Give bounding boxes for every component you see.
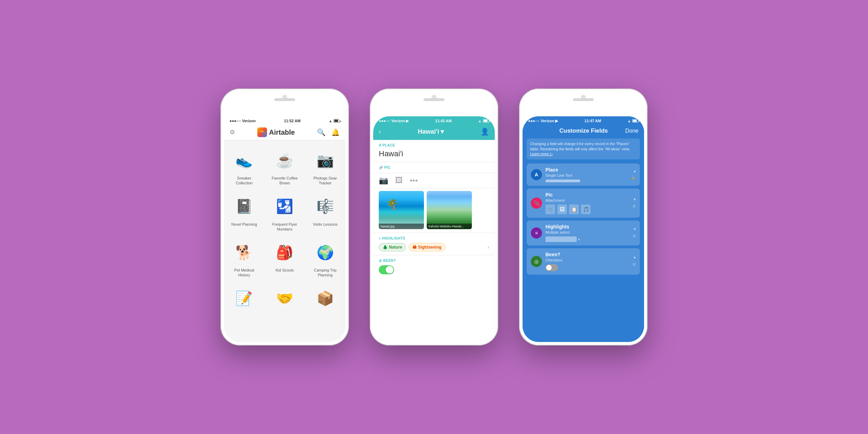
app-kid-scouts[interactable]: 🎒 Kid Scouts <box>265 236 305 282</box>
highlights-field-right: ▾ ≡ <box>633 227 636 239</box>
app-pet-medical[interactable]: 🐕 Pet MedicalHistory <box>224 236 265 282</box>
place-field-icon: A <box>531 169 542 180</box>
image-upload-icon[interactable]: 🖼 <box>395 176 403 185</box>
handshake-icon: 🤝 <box>272 286 297 311</box>
nature-tag[interactable]: 🌲 Nature <box>379 243 406 251</box>
record-content: A PLACE Hawai'i 🔗 PIC 📷 🖼 ••• <box>373 140 495 342</box>
airtable-logo: Airtable <box>257 127 295 137</box>
pic-upload-row: 📷 🖼 ••• <box>373 173 495 188</box>
record-title: Hawai'i ▾ <box>418 128 443 135</box>
highlights-mini-chevron[interactable]: ▾ <box>578 237 580 241</box>
pic-field-type: Attachment <box>545 198 629 202</box>
learn-more-link[interactable]: Learn more ▷ <box>530 152 553 156</box>
status-bar-3: ●●●○○ Verizon ▶ 11:47 AM ▲ <box>523 116 644 125</box>
app-header-1: ⚙ Airtable 🔍 <box>224 125 345 140</box>
carrier-2: ●●●○○ Verizon ▶ <box>379 119 409 123</box>
apps-grid: 👟 SneakerCollection ☕ Favorite CoffeeBre… <box>224 140 345 322</box>
notes-icon: 📝 <box>232 286 257 311</box>
pic-drag-handle[interactable]: ≡ <box>633 203 636 209</box>
been-drag-handle[interactable]: ≡ <box>633 261 636 268</box>
app-handshake[interactable]: 🤝 <box>265 282 305 318</box>
phone-1: ●●●○○ Verizon 11:52 AM ▲ ⚙ <box>220 89 349 345</box>
photo-hawaii[interactable]: hawaii.jpg <box>379 191 424 229</box>
camera-upload-icon[interactable]: 📷 <box>379 176 388 185</box>
place-dropdown-icon[interactable]: ▾ <box>634 169 636 174</box>
header-icons: 🔍 🔔 <box>317 128 340 136</box>
pic-field-name: Pic <box>545 192 629 198</box>
pic-field-label: 🔗 PIC <box>379 166 489 169</box>
sneaker-label: SneakerCollection <box>236 176 252 186</box>
phones-container: ●●●○○ Verizon 11:52 AM ▲ ⚙ <box>220 89 648 345</box>
pic-field-right: ▾ ≡ <box>633 197 636 209</box>
been-field-name: Been? <box>545 252 629 257</box>
airtable-logo-icon <box>257 127 267 137</box>
app-photogs-gear[interactable]: 📷 Photogs GearTracker <box>305 144 345 190</box>
field-card-place: A Place Single Line Text ▾ 🔒 <box>527 164 640 186</box>
place-label-text: A PLACE <box>379 143 395 147</box>
tags-row: 🌲 Nature 🏔 Sightseeing › <box>379 243 489 251</box>
more-icon[interactable]: ••• <box>410 176 418 185</box>
back-button[interactable]: ‹ <box>379 128 381 135</box>
image-icon[interactable]: 🖼 <box>557 205 567 214</box>
globe-icon: 🌍 <box>313 240 338 265</box>
photo-kahului[interactable]: Kahului-Wailuku-Hawaii... <box>427 191 472 229</box>
app-novel-planning[interactable]: 📓 Novel Planning <box>224 190 265 236</box>
highlights-select-bar[interactable] <box>545 236 577 242</box>
app-notes[interactable]: 📝 <box>224 282 265 318</box>
toggle-on[interactable] <box>379 265 394 274</box>
dog-icon: 🐕 <box>232 240 257 265</box>
highlights-dropdown-wrap: ▾ <box>545 236 629 242</box>
carrier-3: ●●●○○ Verizon ▶ <box>528 119 558 123</box>
status-bar-1: ●●●○○ Verizon 11:52 AM ▲ <box>224 116 345 125</box>
novel-label: Novel Planning <box>231 222 257 227</box>
highlights-drag-handle[interactable]: ≡ <box>633 233 636 239</box>
passport-icon: 🛂 <box>272 194 297 219</box>
app-package[interactable]: 📦 <box>305 282 345 318</box>
pic-field-actions: 📎 🖼 📋 🎵 <box>545 205 629 214</box>
status-right-3: ▲ <box>627 119 639 123</box>
app-sneaker-collection[interactable]: 👟 SneakerCollection <box>224 144 265 190</box>
dropdown-icon[interactable]: ▾ <box>441 128 444 135</box>
app-camping-trip[interactable]: 🌍 Camping TripPlanning <box>305 236 345 282</box>
been-field-content: Been? Checkbox <box>545 252 629 271</box>
time-2: 11:42 AM <box>435 119 452 123</box>
field-card-been: ◎ Been? Checkbox ▾ ≡ <box>527 248 640 275</box>
photogs-label: Photogs GearTracker <box>314 176 337 186</box>
place-field-type: Single Line Text <box>545 173 627 177</box>
app-coffee-brews[interactable]: ☕ Favorite CoffeeBrews <box>265 144 305 190</box>
been-label: ◎ BEEN? <box>379 259 489 262</box>
been-field-type: Checkbox <box>545 258 629 262</box>
battery-icon-1 <box>334 119 340 123</box>
search-icon[interactable]: 🔍 <box>317 128 326 136</box>
place-field-value[interactable]: Hawai'i <box>379 149 489 158</box>
violin-label: Violin Lessons <box>313 222 337 227</box>
novel-icon: 📓 <box>232 194 257 219</box>
been-checkbox-visual[interactable] <box>545 264 558 271</box>
highlights-chevron[interactable]: › <box>487 244 489 250</box>
signal-icon-2: ▲ <box>478 119 482 123</box>
place-lock-icon: 🔒 <box>631 175 636 180</box>
person-icon[interactable]: 👤 <box>481 127 489 136</box>
pic-label-text: 🔗 PIC <box>379 166 391 169</box>
coffee-icon: ☕ <box>272 148 297 173</box>
highlights-field-icon: ≡ <box>531 227 542 239</box>
field-card-highlights: ≡ Highlights Multiple select ▾ ▾ ≡ <box>527 220 640 245</box>
photo2-label: Kahului-Wailuku-Hawaii... <box>427 224 472 229</box>
doc-icon[interactable]: 📋 <box>569 205 579 214</box>
bell-icon[interactable]: 🔔 <box>331 128 340 136</box>
settings-icon[interactable]: ⚙ <box>229 128 235 136</box>
done-button[interactable]: Done <box>625 128 639 134</box>
highlights-field-content: Highlights Multiple select ▾ <box>545 224 629 242</box>
app-violin-lessons[interactable]: 🎼 Violin Lessons <box>305 190 345 236</box>
been-toggle[interactable] <box>379 265 489 274</box>
attachment-icon[interactable]: 📎 <box>545 205 555 214</box>
status-right-2: ▲ <box>478 119 489 123</box>
been-dropdown-icon[interactable]: ▾ <box>634 255 636 260</box>
highlights-dropdown-icon[interactable]: ▾ <box>634 227 636 232</box>
sightseeing-tag[interactable]: 🏔 Sightseeing <box>409 243 445 251</box>
app-frequent-flyer[interactable]: 🛂 Frequent FlyerNumbers <box>265 190 305 236</box>
signal-icon-3: ▲ <box>627 119 631 123</box>
music-icon[interactable]: 🎵 <box>581 205 591 214</box>
coffee-label: Favorite CoffeeBrews <box>272 176 298 186</box>
pic-dropdown-icon[interactable]: ▾ <box>634 197 636 202</box>
